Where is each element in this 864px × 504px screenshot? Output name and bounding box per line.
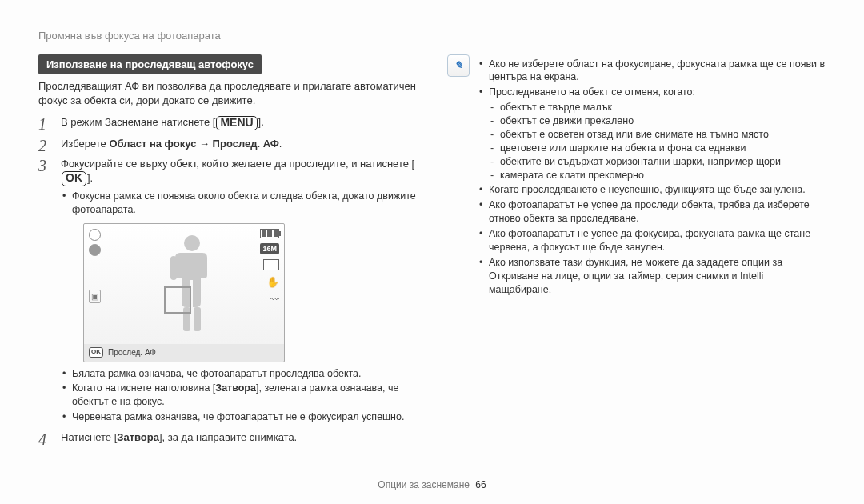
battery-icon	[260, 229, 279, 238]
step1-text-a: В режим Заснемане натиснете [	[61, 116, 215, 128]
info-icon: ✎	[447, 54, 470, 77]
page-number: 66	[475, 479, 486, 490]
info-box: ✎ Ако не изберете област на фокусиране, …	[447, 54, 826, 303]
step4-bold: Затвора	[117, 431, 159, 443]
step-3: Фокусирайте се върху обект, който желает…	[38, 157, 417, 424]
lcd-focus-mode-icon: ▣	[89, 290, 101, 304]
steps-list: В режим Заснемане натиснете [MENU]. Избе…	[38, 115, 417, 444]
section-header: Използване на проследяващ автофокус	[38, 54, 262, 75]
menu-button-icon: MENU	[216, 116, 257, 130]
info-b5: Ако фотоапаратът не успее да фокусира, ф…	[478, 227, 826, 254]
info-b2: Проследяването на обект се отменя, когат…	[478, 86, 826, 182]
burst-icon	[263, 259, 279, 270]
step-4: Натиснете [Затвора], за да направите сни…	[38, 430, 417, 445]
dash-6: камерата се клати прекомерно	[489, 169, 826, 182]
step3-sub1: Фокусна рамка се появява около обекта и …	[61, 190, 417, 217]
resolution-badge: 16M	[260, 243, 279, 254]
page-footer: Опции за заснемане 66	[0, 478, 864, 491]
step4-text-a: Натиснете [	[61, 431, 117, 443]
step4-text-b: ], за да направите снимката.	[159, 431, 297, 443]
dash-3: обектът е осветен отзад или вие снимате …	[489, 128, 826, 142]
svg-rect-1	[170, 256, 177, 280]
step3-text-a: Фокусирайте се върху обект, който желает…	[61, 158, 414, 170]
info-bullets: Ако не изберете област на фокусиране, фо…	[478, 58, 826, 297]
svg-point-0	[184, 235, 200, 251]
lcd-bottom-bar: OK Прослед. АФ	[84, 344, 284, 362]
stabilize-icon: 〰	[270, 294, 279, 306]
step3-post-b3: Червената рамка означава, че фотоапаратъ…	[61, 410, 417, 424]
two-column-layout: Използване на проследяващ автофокус Прос…	[38, 54, 826, 451]
lcd-person-silhouette	[164, 232, 220, 336]
dash-1: обектът е твърде малък	[489, 101, 826, 114]
step2-text-b: .	[279, 138, 282, 150]
info-content: Ако не изберете област на фокусиране, фо…	[478, 54, 826, 303]
step3-sublist-1: Фокусна рамка се появява около обекта и …	[61, 190, 417, 217]
svg-rect-3	[194, 307, 201, 331]
info-b1: Ако не изберете област на фокусиране, фо…	[478, 58, 826, 85]
step2-bold: Област на фокус → Прослед. АФ	[109, 138, 278, 150]
lcd-left-indicators	[89, 229, 101, 256]
manual-page: Промяна във фокуса на фотоапарата Използ…	[0, 0, 864, 504]
step3-text-b: ].	[87, 172, 93, 184]
step3-post-b2: Когато натиснете наполовина [Затвора], з…	[61, 382, 417, 409]
ok-button-icon: OK	[62, 171, 86, 186]
lcd-bottom-label: Прослед. АФ	[108, 347, 156, 358]
right-column: ✎ Ако не изберете област на фокусиране, …	[447, 54, 826, 451]
camera-lcd-illustration: ▣	[83, 223, 285, 362]
info-b4: Ако фотоапаратът не успее да проследи об…	[478, 198, 826, 226]
step1-text-b: ].	[258, 116, 264, 128]
lcd-ring-fill-icon	[89, 244, 101, 256]
lcd-ring-icon	[89, 229, 101, 241]
info-b3: Когато проследяването е неуспешно, функц…	[478, 183, 826, 197]
step3-sublist-2: Бялата рамка означава, че фотоапаратът п…	[61, 367, 417, 425]
lcd-focus-square	[164, 286, 191, 314]
touch-icon: ✋	[266, 275, 279, 290]
lcd-right-indicators: 16M ✋ 〰	[260, 229, 279, 306]
dash-2: обектът се движи прекалено	[489, 114, 826, 128]
dash-5: обектите ви съдържат хоризонтални шарки,…	[489, 155, 826, 169]
intro-text: Проследяващият АФ ви позволява да просле…	[38, 79, 417, 107]
dash-4: цветовете или шарките на обекта и фона с…	[489, 142, 826, 155]
step3-post-b1: Бялата рамка означава, че фотоапаратът п…	[61, 367, 417, 381]
step2-text-a: Изберете	[61, 138, 109, 150]
info-dash-list: обектът е твърде малък обектът се движи …	[489, 101, 826, 182]
left-column: Използване на проследяващ автофокус Прос…	[38, 54, 417, 451]
step-1: В режим Заснемане натиснете [MENU].	[38, 115, 417, 130]
lcd-ok-mini-icon: OK	[89, 347, 103, 358]
step-2: Изберете Област на фокус → Прослед. АФ.	[38, 137, 417, 151]
breadcrumb: Промяна във фокуса на фотоапарата	[38, 29, 826, 43]
footer-label: Опции за заснемане	[378, 479, 470, 490]
info-b6: Ако използвате тази функция, не можете д…	[478, 256, 826, 297]
